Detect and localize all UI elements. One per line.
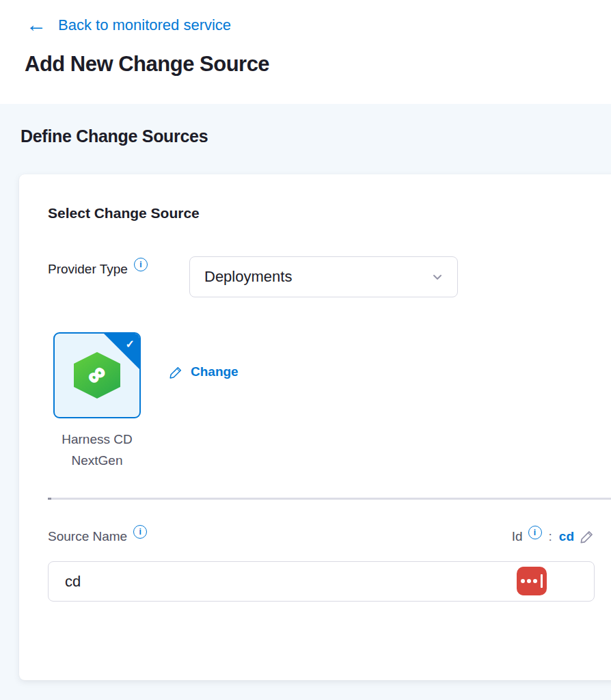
provider-type-value: Deployments [204, 268, 292, 286]
section-title: Define Change Sources [21, 126, 208, 146]
provider-type-dropdown[interactable]: Deployments [189, 256, 458, 297]
cursor-bar [541, 574, 543, 588]
source-name-input-wrap [48, 561, 595, 602]
dot [533, 579, 537, 583]
id-separator: : [549, 529, 552, 544]
source-name-input[interactable] [48, 561, 595, 602]
chevron-down-icon [430, 269, 445, 284]
page-title: Add New Change Source [25, 52, 269, 77]
dot [521, 579, 525, 583]
check-icon: ✓ [126, 338, 135, 351]
harness-cd-icon: ∞ [74, 352, 120, 399]
back-link[interactable]: ← Back to monitored service [26, 15, 231, 36]
id-label: Id [512, 529, 523, 544]
dot [527, 579, 531, 583]
add-change-source-page: ← Back to monitored service Add New Chan… [0, 0, 611, 700]
provider-tile-label: Harness CD NextGen [41, 429, 153, 471]
infinity-glyph: ∞ [81, 359, 111, 389]
source-name-row: Source Name i Id i : cd [48, 529, 595, 544]
info-icon[interactable]: i [528, 526, 542, 539]
info-icon[interactable]: i [134, 258, 148, 271]
card-heading: Select Change Source [48, 205, 200, 221]
page-header: ← Back to monitored service Add New Chan… [0, 0, 611, 104]
divider [48, 498, 611, 500]
pencil-icon [169, 365, 183, 379]
provider-type-label-text: Provider Type [48, 262, 128, 277]
change-link-label: Change [191, 364, 239, 379]
change-provider-link[interactable]: Change [169, 364, 239, 379]
change-source-card: Select Change Source Provider Type i Dep… [19, 174, 611, 680]
divider-cap [48, 498, 51, 500]
source-name-label: Source Name i [48, 529, 147, 544]
back-link-label: Back to monitored service [58, 16, 231, 34]
id-value: cd [559, 529, 574, 544]
back-arrow-icon: ← [26, 14, 46, 35]
source-name-label-text: Source Name [48, 529, 127, 544]
password-manager-autofill-icon[interactable] [517, 567, 547, 595]
provider-tile-harness-cd-nextgen[interactable]: ✓ ∞ [53, 332, 141, 418]
id-group: Id i : cd [512, 529, 595, 544]
info-icon[interactable]: i [133, 525, 147, 539]
provider-type-label: Provider Type i [48, 262, 148, 277]
edit-id-pencil-icon[interactable] [580, 529, 595, 544]
